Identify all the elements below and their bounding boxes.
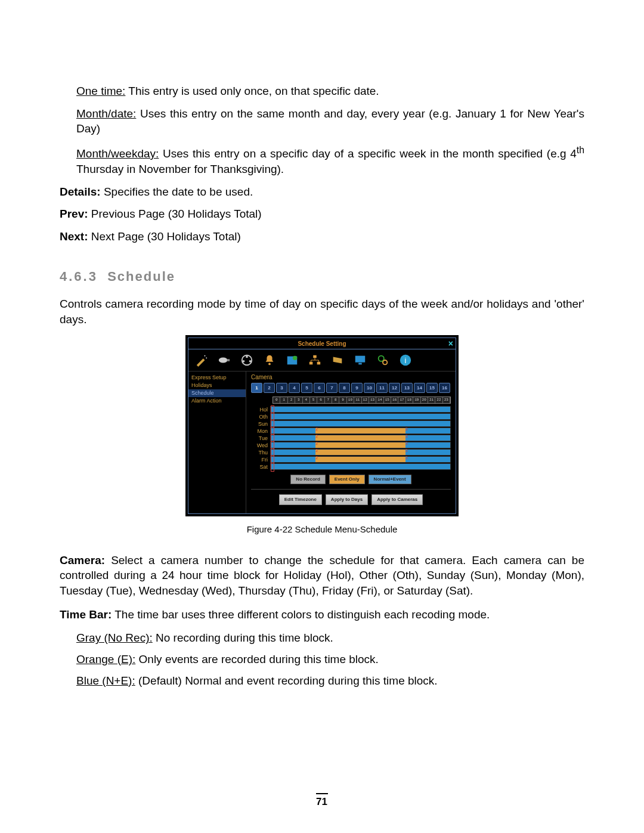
monitor-icon[interactable] [353, 353, 367, 367]
timeline-segment[interactable] [315, 457, 405, 462]
info-icon[interactable]: i [398, 353, 413, 367]
camera-button-11[interactable]: 11 [376, 383, 388, 393]
timeline-segment[interactable] [271, 428, 315, 433]
day-bar[interactable]: 23 [270, 428, 451, 434]
camera-button-4[interactable]: 4 [289, 383, 300, 393]
camera-button-2[interactable]: 2 [264, 383, 275, 393]
camera-button-1[interactable]: 1 [251, 383, 262, 393]
svg-rect-3 [227, 360, 230, 362]
svg-point-10 [293, 356, 297, 360]
text-one-time: This entry is used only once, on that sp… [125, 85, 379, 97]
svg-point-8 [268, 363, 271, 366]
camera-button-13[interactable]: 13 [401, 383, 413, 393]
sidebar: Express Setup Holidays Schedule Alarm Ac… [188, 371, 246, 513]
gear-icon[interactable] [376, 353, 390, 367]
camera-button-14[interactable]: 14 [414, 383, 425, 393]
svg-point-7 [249, 360, 252, 363]
day-row-tue: Tue23 [251, 435, 451, 441]
timeline-segment[interactable] [315, 450, 405, 455]
camera-icon[interactable] [217, 353, 231, 367]
timeline-segment[interactable] [271, 457, 315, 462]
text-month-weekday-b: Thursday in November for Thanksgiving). [76, 163, 284, 175]
day-bar[interactable]: 23 [270, 442, 451, 448]
camera-button-10[interactable]: 10 [364, 383, 375, 393]
reel-icon[interactable] [240, 353, 254, 367]
day-grid: HolOthSunMon23Tue23Wed23Thu23Fri23Sat [251, 406, 451, 470]
edit-timezone-button[interactable]: Edit Timezone [279, 494, 322, 505]
camera-button-9[interactable]: 9 [351, 383, 363, 393]
sidebar-item-schedule[interactable]: Schedule [188, 389, 246, 397]
svg-text:i: i [405, 356, 407, 365]
camera-button-5[interactable]: 5 [301, 383, 312, 393]
hour-header: 21 [428, 397, 435, 403]
network-icon[interactable] [308, 353, 322, 367]
timeline-segment[interactable] [271, 414, 450, 419]
sidebar-item-alarm-action[interactable]: Alarm Action [188, 397, 246, 405]
hour-header: 22 [435, 397, 442, 403]
timeline-segment[interactable] [405, 450, 450, 455]
timeline-segment[interactable] [315, 428, 405, 433]
camera-button-12[interactable]: 12 [389, 383, 400, 393]
sidebar-item-express-setup[interactable]: Express Setup [188, 374, 246, 382]
hour-header: 4 [303, 397, 310, 403]
hour-header: 2 [288, 397, 295, 403]
timeline-segment[interactable] [271, 442, 315, 448]
timeline-segment[interactable] [405, 435, 450, 441]
day-bar[interactable]: 23 [270, 456, 451, 463]
entry-gray: Gray (No Rec): No recording during this … [76, 630, 584, 646]
segment-marker: 3 [405, 434, 408, 438]
wand-icon[interactable] [194, 353, 209, 367]
day-label: Sun [251, 421, 270, 427]
calendar-icon[interactable] [285, 353, 299, 367]
camera-button-6[interactable]: 6 [314, 383, 325, 393]
timeline-segment[interactable] [405, 428, 450, 433]
day-bar[interactable]: 23 [270, 449, 451, 456]
hour-header: 5 [310, 397, 317, 403]
day-bar[interactable]: 23 [270, 435, 451, 441]
day-bar[interactable] [270, 413, 451, 420]
timeline-segment[interactable] [315, 435, 405, 441]
svg-point-17 [383, 360, 387, 364]
hour-header: 10 [347, 397, 354, 403]
term-month-weekday: Month/weekday: [76, 147, 159, 160]
camera-label: Camera [251, 374, 451, 380]
day-bar[interactable] [270, 406, 451, 413]
day-bar[interactable] [270, 420, 451, 427]
hour-header: 11 [354, 397, 361, 403]
day-row-thu: Thu23 [251, 449, 451, 456]
apply-to-cameras-button[interactable]: Apply to Cameras [371, 494, 423, 505]
day-row-mon: Mon23 [251, 428, 451, 434]
segment-marker: 2 [315, 441, 318, 445]
bell-icon[interactable] [262, 353, 277, 367]
hour-header: 0 [273, 397, 280, 403]
term-month-date: Month/date: [76, 107, 136, 120]
hdd-icon[interactable] [330, 353, 345, 367]
segment-marker: 2 [315, 448, 318, 453]
timeline-segment[interactable] [315, 442, 405, 448]
camera-button-3[interactable]: 3 [276, 383, 287, 393]
camera-button-15[interactable]: 15 [426, 383, 438, 393]
figure-caption: Figure 4-22 Schedule Menu-Schedule [60, 524, 584, 535]
p-timebar: Time Bar: The time bar uses three differ… [60, 607, 584, 623]
svg-rect-13 [317, 362, 321, 365]
sidebar-item-holidays[interactable]: Holidays [188, 382, 246, 389]
timeline-segment[interactable] [405, 457, 450, 462]
window-title: Schedule Setting [298, 340, 346, 347]
timeline-segment[interactable] [405, 442, 450, 448]
timeline-segment[interactable] [271, 464, 450, 469]
day-label: Oth [251, 414, 270, 420]
timeline-segment[interactable] [271, 450, 315, 455]
apply-to-days-button[interactable]: Apply to Days [326, 494, 368, 505]
close-icon[interactable]: × [448, 339, 453, 348]
entry-orange: Orange (E): Only events are recorded dur… [76, 652, 584, 667]
camera-button-16[interactable]: 16 [439, 383, 450, 393]
timeline-segment[interactable] [271, 421, 450, 426]
timeline-segment[interactable] [271, 407, 450, 412]
day-bar[interactable] [270, 463, 451, 470]
hour-header: 13 [369, 397, 376, 403]
camera-button-8[interactable]: 8 [339, 383, 350, 393]
camera-button-7[interactable]: 7 [326, 383, 338, 393]
hour-header: 1 [280, 397, 287, 403]
timeline-segment[interactable] [271, 435, 315, 441]
hour-header: 15 [384, 397, 391, 403]
